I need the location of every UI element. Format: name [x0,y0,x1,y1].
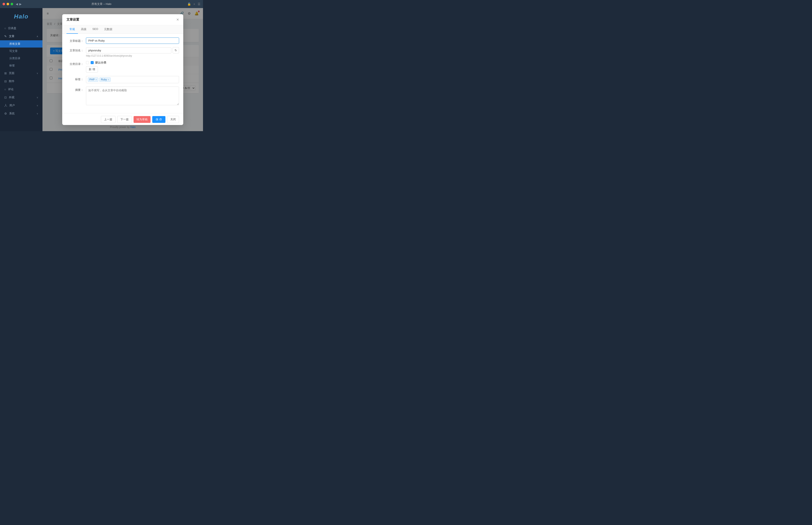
save-button[interactable]: 保 存 [152,116,165,123]
comments-icon: ○ [4,88,6,91]
tab-metadata[interactable]: 元数据 [101,25,115,34]
next-article-button[interactable]: 下一篇 [117,116,132,123]
form-row-alias: 文章别名： ↻ http://127.0.0.1:8090/archives/p… [67,47,179,57]
title-label: 文章标题： [67,38,84,43]
traffic-lights [2,3,13,5]
back-icon[interactable]: ◀ [16,2,18,6]
tag-ruby-label: Ruby [101,78,107,81]
sidebar-label-write-post: 写文章 [9,49,18,52]
sidebar-item-write-post[interactable]: 写文章 [0,47,43,55]
titlebar-nav: ◀ ▶ [16,2,22,6]
modal-header: 文章设置 ✕ [62,14,183,25]
alias-url-hint: http://127.0.0.1:8090/archives/phpvsruby [86,54,179,57]
tag-ruby-remove[interactable]: × [108,78,109,81]
tag-php-remove[interactable]: × [95,78,97,81]
attachments-icon: ⊟ [4,79,7,83]
summary-textarea[interactable] [86,87,179,105]
tags-container[interactable]: PHP × Ruby × [86,76,179,83]
posts-icon: ✎ [4,34,7,38]
sidebar-item-pages[interactable]: ⊞ 页面 ∨ [0,69,43,77]
maximize-button[interactable] [11,3,13,5]
alias-label: 文章别名： [67,47,84,52]
form-row-title: 文章标题： [67,38,179,44]
sidebar-item-system[interactable]: ⚙ 系统 ∨ [0,109,43,118]
sidebar-label-comments: 评论 [8,87,14,91]
sidebar-item-users[interactable]: 人 用户 ∨ [0,102,43,109]
users-arrow-icon: ∨ [36,104,38,107]
modal-close-button[interactable]: ✕ [176,18,179,21]
window-title: 所有文章 – Halo [91,2,111,6]
category-unchecked-checkbox[interactable] [86,61,89,64]
sidebar-label-all-posts: 所有文章 [9,42,20,45]
users-icon: 人 [4,104,7,107]
sidebar-label-categories: 分类目录 [9,57,20,60]
menu-icon[interactable]: ☰ [198,2,201,6]
tags-control: PHP × Ruby × [86,76,179,83]
sidebar-item-tags[interactable]: 标签 [0,62,43,69]
tab-seo[interactable]: SEO [89,25,101,34]
category-label: 分类目录： [67,61,84,66]
tag-ruby: Ruby × [99,77,110,82]
system-arrow-icon: ∨ [36,112,38,115]
modal-footer: 上一篇 下一篇 转为草稿 保 存 关闭 [62,113,183,125]
lock-icon: 🔒 [187,2,191,6]
system-icon: ⚙ [4,112,7,115]
tags-label: 标签： [67,76,84,81]
sidebar-label-pages: 页面 [9,71,14,75]
sidebar-label-attachments: 附件 [9,79,14,83]
forward-icon[interactable]: ▶ [19,2,22,6]
add-category-button[interactable]: 新 增 [86,66,98,73]
title-control [86,38,179,44]
pages-icon: ⊞ [4,72,7,75]
summary-control [86,87,179,106]
close-modal-button[interactable]: 关闭 [167,116,179,123]
sidebar: Halo ○ 仪表盘 ✎ 文章 ∧ 所有文章 写文章 分类目录 标签 ⊞ 页面 … [0,8,43,131]
draft-button[interactable]: 转为草稿 [134,116,150,123]
appearance-arrow-icon: ∨ [36,96,38,99]
refresh-alias-button[interactable]: ↻ [173,47,179,54]
titlebar: ◀ ▶ 所有文章 – Halo 🔒 + ☰ [0,0,203,8]
sidebar-label-dashboard: 仪表盘 [8,26,16,30]
sidebar-label-posts: 文章 [9,34,14,38]
tag-php-label: PHP [89,78,95,81]
sidebar-item-all-posts[interactable]: 所有文章 [0,40,43,47]
sidebar-item-categories[interactable]: 分类目录 [0,55,43,62]
app-container: Halo ○ 仪表盘 ✎ 文章 ∧ 所有文章 写文章 分类目录 标签 ⊞ 页面 … [0,8,203,131]
modal-tabs: 常规 高级 SEO 元数据 [62,25,183,34]
app-logo: Halo [0,10,43,24]
tab-advanced[interactable]: 高级 [78,25,89,34]
add-tab-icon[interactable]: + [193,2,195,6]
appearance-icon: ⊡ [4,96,7,99]
sidebar-item-dashboard[interactable]: ○ 仪表盘 [0,24,43,32]
alias-input[interactable] [86,47,171,54]
sidebar-item-attachments[interactable]: ⊟ 附件 [0,77,43,85]
title-input[interactable] [86,38,179,44]
form-row-category: 分类目录： ✓ 默认分类 新 增 [67,61,179,73]
tag-php: PHP × [88,77,98,82]
sidebar-label-appearance: 外观 [9,95,14,99]
article-settings-modal: 文章设置 ✕ 常规 高级 SEO 元数据 文章标题： [62,14,183,125]
prev-article-button[interactable]: 上一篇 [101,116,116,123]
form-row-summary: 摘要： [67,87,179,106]
main-content: ≡ 🔗 ⚙ 🔔 首页 / 文章 / 所有文章 关键词： [43,8,203,131]
titlebar-right: 🔒 + ☰ [187,2,201,6]
sidebar-label-users: 用户 [9,104,15,107]
close-button[interactable] [2,3,5,5]
tab-normal[interactable]: 常规 [67,25,78,34]
category-control: ✓ 默认分类 新 增 [86,61,179,73]
sidebar-label-system: 系统 [9,111,15,116]
sidebar-item-comments[interactable]: ○ 评论 [0,85,43,93]
dashboard-icon: ○ [4,27,6,30]
sidebar-item-posts[interactable]: ✎ 文章 ∧ [0,32,43,40]
posts-arrow-icon: ∧ [36,35,38,38]
category-checked-checkbox[interactable]: ✓ [91,61,94,64]
modal-overlay: 文章设置 ✕ 常规 高级 SEO 元数据 文章标题： [43,8,203,131]
sidebar-item-appearance[interactable]: ⊡ 外观 ∨ [0,93,43,102]
modal-title: 文章设置 [67,18,79,21]
pages-arrow-icon: ∨ [36,72,38,75]
minimize-button[interactable] [6,3,9,5]
sidebar-label-tags: 标签 [9,64,15,67]
modal-body: 文章标题： 文章别名： ↻ http://12 [62,34,183,113]
summary-label: 摘要： [67,87,84,92]
form-row-tags: 标签： PHP × Ruby × [67,76,179,83]
